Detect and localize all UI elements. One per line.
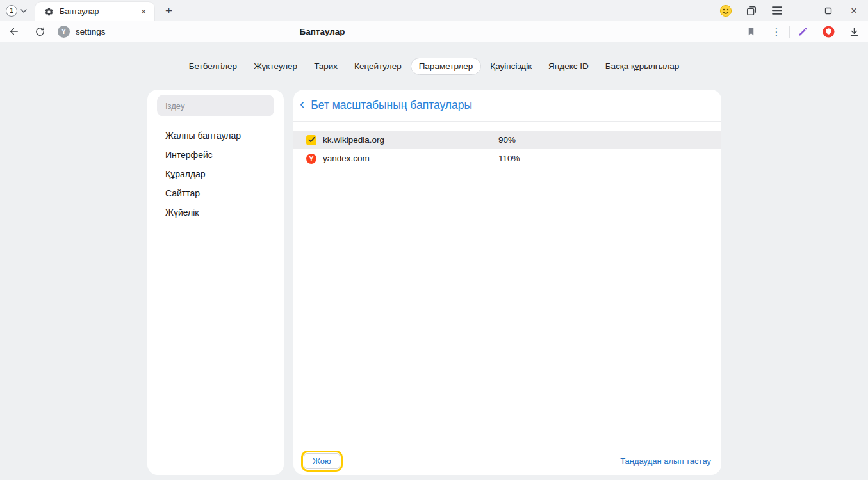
download-icon[interactable] [841,21,867,42]
zoom-site-list: kk.wikipedia.org 90% Y yandex.com 110% [293,131,721,168]
tab-close-icon[interactable]: × [138,6,149,17]
zoom-settings-header: ‹ Бет масштабының баптаулары [293,90,721,122]
bookmark-flag-icon[interactable] [738,21,764,42]
url-text[interactable]: settings [76,27,106,36]
zoom-settings-footer: Жою Таңдаудан алып тастау [293,447,721,475]
protect-shield-icon[interactable] [815,21,841,42]
tab-extensions[interactable]: Кеңейтулер [347,58,409,75]
table-row[interactable]: Y yandex.com 110% [293,149,721,168]
site-favicon-icon: Y [58,26,70,38]
more-options-icon[interactable]: ⋮ [764,21,789,42]
window-close-button[interactable]: × [841,0,867,21]
page-title[interactable]: Бет масштабының баптаулары [311,99,472,112]
tab-security[interactable]: Қауіпсіздік [482,58,539,75]
sidebar-item-interface[interactable]: Интерфейс [147,145,284,164]
search-input[interactable] [157,95,274,116]
back-chevron-icon[interactable]: ‹ [300,97,304,111]
deselect-all-link[interactable]: Таңдаудан алып тастау [620,456,711,466]
settings-nav-tabs: Бетбелгілер Жүктеулер Тарих Кеңейтулер П… [0,58,868,75]
settings-content: Бетбелгілер Жүктеулер Тарих Кеңейтулер П… [0,42,868,480]
tab-history[interactable]: Тарих [306,58,345,75]
zoom-value: 90% [498,135,516,145]
sidebar-item-tools[interactable]: Құралдар [147,164,284,184]
back-icon[interactable] [6,24,22,39]
sidebar-items: Жалпы баптаулар Интерфейс Құралдар Сайтт… [147,126,284,222]
zoom-value: 110% [498,154,520,163]
menu-hamburger-icon[interactable] [764,0,790,21]
browser-window: 1 Баптаулар × + – [0,0,868,480]
address-bar-actions: ⋮ [738,21,868,42]
new-tab-button[interactable]: + [163,4,175,17]
titlebar-actions: – × [713,0,868,21]
tab-settings[interactable]: Баптаулар × [35,2,154,21]
tab-bookmarks[interactable]: Бетбелгілер [181,58,245,75]
tab-downloads[interactable]: Жүктеулер [246,58,305,75]
sidebar-item-general[interactable]: Жалпы баптаулар [147,126,284,145]
side-panels-icon[interactable] [739,0,764,21]
gear-icon [44,7,54,17]
settings-sidebar: Жалпы баптаулар Интерфейс Құралдар Сайтт… [147,90,284,475]
site-name: yandex.com [323,154,498,163]
tab-yandex-id[interactable]: Яндекс ID [541,58,596,75]
checkbox-checked-icon[interactable] [306,135,316,145]
tab-title: Баптаулар [60,7,138,16]
reload-icon[interactable] [32,24,47,39]
zoom-settings-panel: ‹ Бет масштабының баптаулары kk.wikipedi… [293,90,721,475]
window-maximize-button[interactable] [815,0,841,21]
window-minimize-button[interactable]: – [790,0,815,21]
table-row[interactable]: kk.wikipedia.org 90% [293,131,721,149]
tab-strip: 1 Баптаулар × + – [0,0,868,21]
tab-settings-active[interactable]: Параметрлер [411,58,482,75]
sidebar-item-system[interactable]: Жүйелік [147,203,284,222]
tab-group-badge[interactable]: 1 [6,5,17,17]
tab-other-devices[interactable]: Басқа құрылғылар [598,58,687,75]
yandex-favicon-icon: Y [306,154,316,164]
address-bar: Y settings Баптаулар ⋮ [0,21,868,42]
rewards-smiley-icon[interactable] [713,0,739,21]
sidebar-item-sites[interactable]: Сайттар [147,184,284,203]
site-name: kk.wikipedia.org [323,135,498,145]
omnibox-page-title: Баптаулар [299,27,345,36]
tab-group-count: 1 [10,7,13,14]
delete-button[interactable]: Жою [304,453,340,469]
pen-edit-icon[interactable] [790,21,815,42]
chevron-down-icon[interactable] [20,9,27,13]
